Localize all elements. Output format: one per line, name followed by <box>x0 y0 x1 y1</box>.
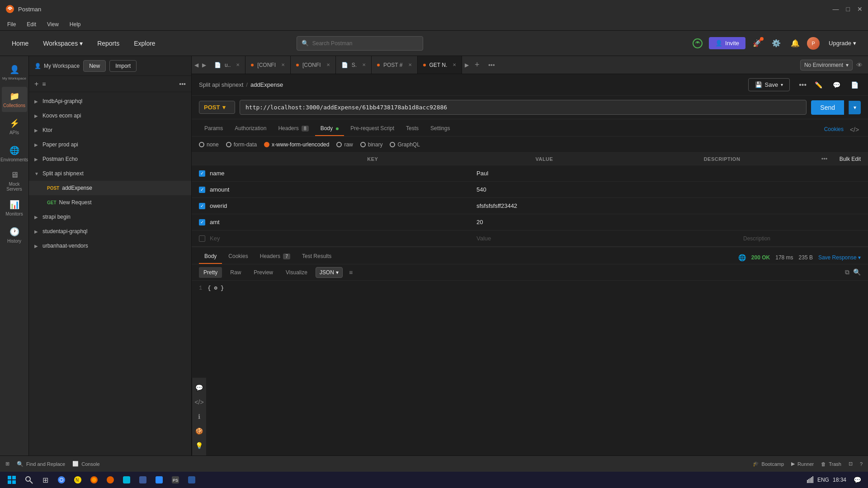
runner-button[interactable]: ▶ Runner <box>791 461 814 467</box>
body-option-urlencoded[interactable]: x-www-form-urlencoded <box>264 141 329 148</box>
app6-taskbar[interactable] <box>119 474 134 486</box>
copy-icon[interactable]: ⧉ <box>845 268 849 276</box>
row-checkbox[interactable]: ✓ <box>199 219 205 225</box>
row-checkbox-cell[interactable]: ✓ <box>199 187 210 193</box>
list-item[interactable]: ▶ studentapi-graphql <box>29 224 191 239</box>
search-taskbar-button[interactable] <box>22 474 36 486</box>
row-checkbox-cell[interactable]: ✓ <box>199 219 210 225</box>
menu-help[interactable]: Help <box>68 20 83 28</box>
param-key[interactable]: name <box>210 170 476 177</box>
table-more-icon[interactable]: ••• <box>821 155 828 162</box>
sync-icon[interactable] <box>691 37 704 50</box>
row-checkbox-empty[interactable] <box>199 235 205 242</box>
start-button[interactable] <box>4 474 20 486</box>
tab-5[interactable]: GET N. ✕ <box>418 56 462 74</box>
code-icon-button[interactable]: 📄 <box>848 79 861 91</box>
app10-taskbar[interactable] <box>184 474 199 486</box>
tab-nav-arrow[interactable]: ▶ <box>464 61 470 69</box>
search-response-icon[interactable]: 🔍 <box>853 268 861 276</box>
sidebar-item-mock-servers[interactable]: 🖥 Mock Servers <box>2 168 27 193</box>
format-tab-raw[interactable]: Raw <box>226 267 245 278</box>
explore-button[interactable]: Explore <box>129 37 160 50</box>
comment-icon-button[interactable]: 💬 <box>830 79 843 91</box>
save-button[interactable]: 💾 Save ▾ <box>748 78 790 91</box>
list-item[interactable]: ▶ Ktor <box>29 123 191 137</box>
tab-close-icon[interactable]: ✕ <box>236 62 240 67</box>
right-code-icon[interactable]: </> <box>193 396 206 408</box>
resize-icon-button[interactable]: ⊡ <box>849 461 853 467</box>
save-caret-icon[interactable]: ▾ <box>781 82 783 87</box>
row-checkbox[interactable]: ✓ <box>199 187 205 193</box>
window-controls[interactable]: — □ ✕ <box>833 5 863 13</box>
param-value[interactable]: 540 <box>476 186 743 193</box>
tab-close-icon[interactable]: ✕ <box>281 62 285 67</box>
chrome-taskbar[interactable] <box>54 474 69 486</box>
maximize-button[interactable]: □ <box>846 5 850 13</box>
bell-icon-button[interactable]: 🔔 <box>788 36 802 51</box>
list-item[interactable]: ▶ Paper prod api <box>29 137 191 152</box>
minimize-button[interactable]: — <box>833 5 839 13</box>
list-item[interactable]: ▶ Postman Echo <box>29 152 191 166</box>
tab-body[interactable]: Body <box>315 122 344 136</box>
json-icon[interactable]: ⚙ <box>214 285 217 291</box>
tab-3[interactable]: 📄 S. ✕ <box>336 56 372 74</box>
body-option-binary[interactable]: binary <box>360 141 383 148</box>
sidebar-item-environments[interactable]: 🌐 Environments <box>2 141 27 166</box>
tab-add-button[interactable]: + <box>470 60 484 70</box>
notification-center-button[interactable]: 💬 <box>850 474 864 486</box>
tab-0[interactable]: 📄 u.. ✕ <box>209 56 245 74</box>
resp-tab-test-results[interactable]: Test Results <box>297 249 337 264</box>
app7-taskbar[interactable] <box>136 474 150 486</box>
eye-icon[interactable]: 👁 <box>856 61 863 69</box>
list-item[interactable]: ▶ strapi begin <box>29 210 191 224</box>
firefox-taskbar[interactable] <box>87 474 101 486</box>
list-item[interactable]: ▶ urbanhaat-vendors <box>29 239 191 253</box>
invite-button[interactable]: 👤 Invite <box>709 37 745 49</box>
trash-button[interactable]: 🗑 Trash <box>821 461 841 467</box>
method-selector[interactable]: POST ▾ <box>199 101 235 114</box>
menu-view[interactable]: View <box>45 20 61 28</box>
app8-taskbar[interactable] <box>152 474 166 486</box>
search-bar[interactable]: 🔍 <box>297 36 423 51</box>
wrap-lines-icon[interactable]: ≡ <box>349 269 353 276</box>
tab-settings[interactable]: Settings <box>425 122 455 136</box>
param-value[interactable]: 20 <box>476 219 743 225</box>
send-button[interactable]: Send <box>811 100 844 115</box>
tab-arrow-left[interactable]: ◀ <box>193 61 199 69</box>
user-avatar[interactable]: P <box>807 37 820 50</box>
cookies-link[interactable]: Cookies <box>824 122 844 136</box>
sidebar-item-monitors[interactable]: 📊 Monitors <box>2 195 27 221</box>
more-options-icon[interactable]: ••• <box>179 80 186 88</box>
tab-close-icon[interactable]: ✕ <box>326 62 330 67</box>
list-item[interactable]: ▼ Split api shipnext <box>29 166 191 181</box>
environment-selector[interactable]: No Environment ▾ <box>800 60 853 70</box>
tab-params[interactable]: Params <box>199 122 228 136</box>
more-options-icon[interactable]: ••• <box>799 81 807 89</box>
sidebar-item-history[interactable]: 🕐 History <box>2 222 27 248</box>
right-info-icon[interactable]: ℹ <box>193 410 206 423</box>
param-description-placeholder[interactable]: Description <box>743 235 861 242</box>
param-key[interactable]: amount <box>210 186 476 193</box>
upgrade-button[interactable]: Upgrade ▾ <box>824 37 861 49</box>
tab-arrow-right[interactable]: ▶ <box>201 61 207 69</box>
body-option-form-data[interactable]: form-data <box>226 141 257 148</box>
param-key[interactable]: owerid <box>210 202 476 209</box>
row-checkbox-cell[interactable]: ✓ <box>199 203 210 209</box>
body-option-graphql[interactable]: GraphQL <box>390 141 420 148</box>
param-key-placeholder[interactable]: Key <box>210 235 476 242</box>
tab-more-button[interactable]: ••• <box>484 61 499 69</box>
search-input[interactable] <box>312 40 418 47</box>
resp-tab-headers[interactable]: Headers 7 <box>255 249 296 264</box>
console-button[interactable]: ⬜ Console <box>72 461 99 467</box>
close-button[interactable]: ✕ <box>857 5 863 13</box>
url-input[interactable] <box>240 100 807 115</box>
menu-edit[interactable]: Edit <box>25 20 38 28</box>
param-value[interactable]: sfsfsfsfsff23442 <box>476 202 743 209</box>
json-format-selector[interactable]: JSON ▾ <box>316 267 343 278</box>
code-snippet-icon[interactable]: </> <box>848 123 861 136</box>
right-cookie-icon[interactable]: 🍪 <box>193 425 206 437</box>
param-value[interactable]: Paul <box>476 170 743 177</box>
param-value-placeholder[interactable]: Value <box>476 235 743 242</box>
app9-taskbar[interactable]: PS <box>168 474 183 486</box>
menu-file[interactable]: File <box>5 20 18 28</box>
